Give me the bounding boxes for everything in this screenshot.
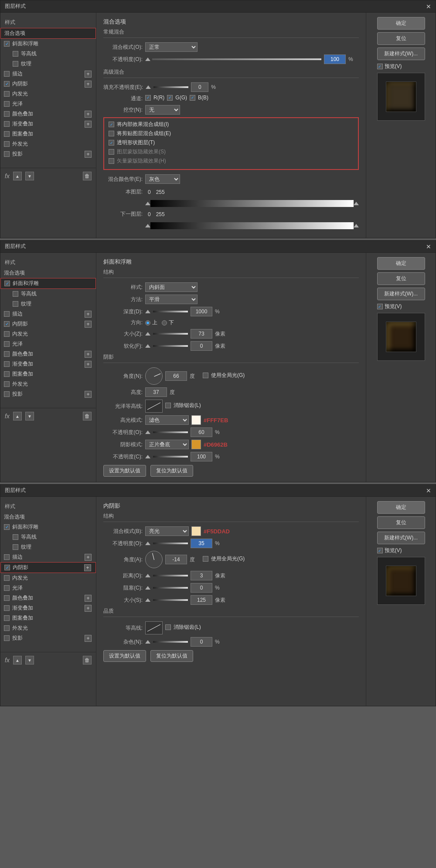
ok-button-3[interactable]: 确定	[377, 501, 425, 514]
gloss-contour-preview[interactable]	[145, 400, 163, 413]
angle-dial-2[interactable]	[145, 367, 163, 385]
reset-button-3[interactable]: 复位	[377, 516, 425, 529]
sidebar-item-bevel-1[interactable]: 斜面和浮雕	[0, 39, 96, 49]
reset-button-2[interactable]: 复位	[377, 272, 425, 285]
sidebar-checkbox-stroke-1[interactable]	[4, 71, 10, 77]
clip-layers-checkbox-1[interactable]	[109, 131, 114, 136]
sidebar-item-outer-glow-3[interactable]: 外发光	[0, 623, 96, 633]
inner-shadow-size-input[interactable]	[191, 595, 212, 605]
next-layer-right-thumb-1[interactable]	[354, 224, 359, 227]
contour-preview-3[interactable]	[145, 621, 163, 634]
this-layer-right-thumb-1[interactable]	[354, 202, 359, 205]
sidebar-item-inner-glow-2[interactable]: 内发光	[0, 329, 96, 339]
highlight-opacity-track[interactable]	[153, 431, 188, 433]
sidebar-checkbox-satin-1[interactable]	[4, 101, 10, 107]
shadow-opacity-input[interactable]	[191, 452, 212, 461]
depth-track[interactable]	[153, 311, 188, 312]
down-btn-1[interactable]: ▼	[25, 172, 34, 180]
set-default-btn-3[interactable]: 设置为默认值	[103, 650, 146, 662]
plus-btn-stroke-1[interactable]: +	[85, 71, 92, 78]
direction-down-radio[interactable]	[162, 320, 167, 326]
plus-btn-gradient-overlay-1[interactable]: +	[85, 121, 92, 128]
sidebar-checkbox-inner-shadow-1[interactable]	[4, 81, 10, 87]
sidebar-checkbox-drop-shadow-2[interactable]	[4, 391, 10, 397]
sidebar-checkbox-stroke-2[interactable]	[4, 311, 10, 317]
size-thumb-2[interactable]	[145, 332, 150, 336]
fill-opacity-input-1[interactable]	[191, 82, 208, 92]
shadow-mode-select[interactable]: 正片叠底	[145, 440, 189, 449]
sidebar-item-satin-3[interactable]: 光泽	[0, 583, 96, 593]
r-checkbox-1[interactable]	[145, 95, 151, 101]
size-input-2[interactable]	[191, 329, 212, 339]
sidebar-item-blend-options-1[interactable]: 混合选项	[0, 28, 96, 39]
sidebar-item-drop-shadow-2[interactable]: 投影 +	[0, 389, 96, 399]
reset-default-btn-3[interactable]: 复位为默认值	[150, 650, 193, 662]
down-btn-3[interactable]: ▼	[25, 656, 34, 665]
sidebar-item-outer-glow-1[interactable]: 外发光	[0, 139, 96, 149]
sidebar-checkbox-inner-shadow-3[interactable]	[4, 565, 10, 570]
up-btn-2[interactable]: ▲	[13, 412, 22, 420]
sidebar-item-outer-glow-2[interactable]: 外发光	[0, 379, 96, 389]
layer-mask-checkbox-1[interactable]	[109, 149, 114, 155]
plus-btn-color-overlay-3[interactable]: +	[85, 595, 92, 602]
this-layer-left-thumb-1[interactable]	[145, 202, 150, 205]
distance-thumb[interactable]	[145, 574, 150, 577]
blend-mode-select-1[interactable]: 正常	[145, 42, 198, 52]
sidebar-checkbox-gradient-overlay-2[interactable]	[4, 361, 10, 367]
sidebar-checkbox-inner-glow-3[interactable]	[4, 575, 10, 581]
sidebar-item-gradient-overlay-3[interactable]: 渐变叠加 +	[0, 603, 96, 613]
highlight-color-swatch[interactable]	[191, 415, 201, 425]
sidebar-item-satin-2[interactable]: 光泽	[0, 339, 96, 349]
inner-shadow-size-thumb[interactable]	[145, 598, 150, 602]
sidebar-item-gradient-overlay-1[interactable]: 渐变叠加 +	[0, 119, 96, 129]
transparent-shape-checkbox-1[interactable]	[109, 140, 114, 146]
highlight-mode-select[interactable]: 滤色	[145, 415, 189, 425]
depth-input[interactable]	[191, 307, 212, 316]
new-style-button-3[interactable]: 新建样式(W)...	[377, 532, 425, 544]
g-checkbox-1[interactable]	[167, 95, 173, 101]
sidebar-item-contour-3[interactable]: 等高线	[9, 532, 96, 542]
plus-btn-inner-shadow-1[interactable]: +	[85, 81, 92, 88]
sidebar-checkbox-color-overlay-3[interactable]	[4, 595, 10, 601]
sidebar-checkbox-inner-glow-2[interactable]	[4, 331, 10, 337]
soften-thumb[interactable]	[145, 344, 150, 348]
choke-thumb[interactable]	[145, 586, 150, 590]
sidebar-item-color-overlay-3[interactable]: 颜色叠加 +	[0, 593, 96, 603]
sidebar-item-inner-shadow-3[interactable]: 内阴影 +	[0, 562, 96, 573]
reset-button-1[interactable]: 复位	[377, 32, 425, 45]
sidebar-checkbox-satin-2[interactable]	[4, 341, 10, 347]
sidebar-checkbox-gradient-overlay-1[interactable]	[4, 121, 10, 127]
sidebar-item-bevel-2[interactable]: 斜面和浮雕	[0, 278, 96, 289]
plus-btn-inner-shadow-3[interactable]: +	[84, 564, 91, 571]
fill-opacity-thumb-1[interactable]	[146, 85, 151, 89]
new-style-button-2[interactable]: 新建样式(W)...	[377, 288, 425, 300]
sidebar-checkbox-pattern-overlay-2[interactable]	[4, 371, 10, 377]
inner-shadow-blend-mode-select[interactable]: 亮光	[145, 526, 189, 536]
distance-input[interactable]	[191, 571, 212, 580]
sidebar-checkbox-texture-1[interactable]	[13, 61, 18, 67]
reset-default-btn-2[interactable]: 复位为默认值	[150, 465, 193, 477]
anti-alias-cb-2[interactable]	[165, 403, 171, 408]
sidebar-item-satin-1[interactable]: 光泽	[0, 99, 96, 109]
soften-track[interactable]	[153, 345, 188, 347]
opacity-slider-thumb-1[interactable]	[145, 58, 150, 61]
anti-alias-cb-3[interactable]	[165, 624, 171, 630]
plus-btn-gradient-overlay-2[interactable]: +	[85, 361, 92, 368]
choke-track[interactable]	[153, 587, 188, 589]
bevel-method-select[interactable]: 平滑	[145, 295, 198, 304]
altitude-input[interactable]	[145, 387, 167, 397]
sidebar-checkbox-outer-glow-3[interactable]	[4, 625, 10, 631]
up-btn-3[interactable]: ▲	[13, 656, 22, 665]
close-button-1[interactable]: ✕	[426, 3, 431, 10]
inner-shadow-opacity-thumb[interactable]	[145, 542, 150, 545]
opacity-track-1[interactable]	[152, 58, 321, 60]
inner-shadow-opacity-input[interactable]	[191, 539, 212, 548]
plus-btn-drop-shadow-3[interactable]: +	[85, 635, 92, 642]
global-light-cb-2[interactable]	[203, 373, 208, 378]
ok-button-1[interactable]: 确定	[377, 17, 425, 30]
sidebar-item-drop-shadow-1[interactable]: 投影 +	[0, 149, 96, 159]
sidebar-item-pattern-overlay-3[interactable]: 图案叠加	[0, 613, 96, 623]
fill-opacity-track-1[interactable]	[153, 86, 188, 88]
shadow-opacity-thumb[interactable]	[145, 455, 150, 458]
plus-btn-stroke-3[interactable]: +	[85, 554, 92, 561]
